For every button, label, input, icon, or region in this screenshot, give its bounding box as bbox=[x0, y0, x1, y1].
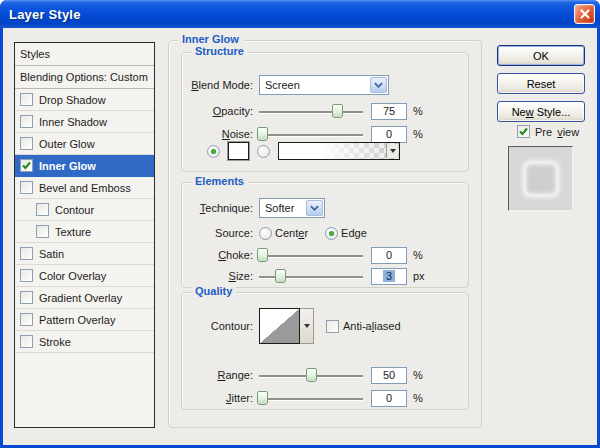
chevron-down-icon[interactable] bbox=[386, 144, 398, 158]
layer-style-dialog: Layer Style Styles Blending Options: Cus… bbox=[0, 0, 600, 448]
source-edge-radio[interactable] bbox=[325, 227, 338, 240]
source-center-radio[interactable] bbox=[259, 227, 272, 240]
sidebar-item[interactable]: Inner Shadow bbox=[15, 111, 154, 133]
jitter-slider-thumb[interactable] bbox=[257, 391, 268, 405]
contour-thumbnail[interactable] bbox=[259, 308, 300, 344]
sidebar-item-label: Outer Glow bbox=[39, 138, 95, 150]
size-slider-thumb[interactable] bbox=[275, 269, 286, 283]
range-label: Range: bbox=[186, 369, 253, 381]
technique-select[interactable]: Softer bbox=[259, 198, 325, 218]
size-slider[interactable] bbox=[259, 268, 363, 284]
style-checkbox[interactable] bbox=[20, 335, 33, 348]
blend-mode-row: Blend Mode: Screen bbox=[186, 75, 389, 95]
dialog-body: Styles Blending Options: Custom Drop Sha… bbox=[3, 28, 597, 445]
noise-slider[interactable] bbox=[259, 126, 363, 142]
style-checkbox[interactable] bbox=[20, 137, 33, 150]
style-checkbox[interactable] bbox=[20, 93, 33, 106]
sidebar-item-styles[interactable]: Styles bbox=[15, 43, 154, 66]
sidebar-item[interactable]: Stroke bbox=[15, 331, 154, 353]
technique-row: Technique: Softer bbox=[186, 198, 325, 218]
sidebar-item-label: Drop Shadow bbox=[39, 94, 106, 106]
style-checkbox[interactable] bbox=[20, 181, 33, 194]
color-radio[interactable] bbox=[207, 145, 220, 158]
gradient-radio[interactable] bbox=[257, 145, 270, 158]
opacity-row: Opacity: 75 % bbox=[186, 101, 423, 121]
styles-list: Styles Blending Options: Custom Drop Sha… bbox=[14, 42, 155, 428]
sidebar-item[interactable]: Pattern Overlay bbox=[15, 309, 154, 331]
sidebar-item[interactable]: Drop Shadow bbox=[15, 89, 154, 111]
slider-track bbox=[259, 111, 363, 113]
style-checkbox[interactable] bbox=[20, 159, 33, 172]
opacity-slider-thumb[interactable] bbox=[332, 104, 343, 118]
styles-list-items: Drop Shadow Inner Shadow Outer Glow Inne… bbox=[15, 89, 154, 353]
opacity-label: Opacity: bbox=[186, 105, 253, 117]
sidebar-item[interactable]: Contour bbox=[15, 199, 154, 221]
sidebar-item[interactable]: Outer Glow bbox=[15, 133, 154, 155]
style-checkbox[interactable] bbox=[36, 225, 49, 238]
sidebar-item-label: Gradient Overlay bbox=[39, 292, 122, 304]
gradient-picker[interactable] bbox=[278, 142, 400, 160]
sidebar-item[interactable]: Satin bbox=[15, 243, 154, 265]
new-style-button[interactable]: New Style... bbox=[497, 101, 585, 122]
sidebar-item[interactable]: Bevel and Emboss bbox=[15, 177, 154, 199]
sidebar-item-blending-options[interactable]: Blending Options: Custom bbox=[15, 66, 154, 89]
jitter-input[interactable]: 0 bbox=[371, 390, 407, 407]
close-button[interactable] bbox=[574, 4, 595, 24]
choke-unit: % bbox=[413, 249, 423, 261]
check-icon bbox=[519, 127, 528, 136]
antialiased-label: Anti-aliased bbox=[343, 320, 401, 332]
jitter-label: Jitter: bbox=[186, 392, 253, 404]
color-swatch[interactable] bbox=[228, 142, 249, 160]
choke-slider-thumb[interactable] bbox=[257, 248, 268, 262]
style-checkbox[interactable] bbox=[20, 115, 33, 128]
choke-slider[interactable] bbox=[259, 247, 363, 263]
style-checkbox[interactable] bbox=[36, 203, 49, 216]
range-unit: % bbox=[413, 369, 423, 381]
preview-toggle: Preview bbox=[512, 125, 579, 138]
range-input[interactable]: 50 bbox=[371, 367, 407, 384]
ok-button[interactable]: OK bbox=[497, 45, 585, 66]
contour-row: Contour: Anti-aliased bbox=[186, 308, 401, 344]
size-input[interactable]: 3 bbox=[371, 268, 407, 285]
structure-legend: Structure bbox=[191, 45, 248, 57]
style-checkbox[interactable] bbox=[20, 269, 33, 282]
choke-input[interactable]: 0 bbox=[371, 247, 407, 264]
range-slider[interactable] bbox=[259, 367, 363, 383]
antialiased-checkbox[interactable] bbox=[326, 320, 339, 333]
blend-mode-label: Blend Mode: bbox=[186, 79, 253, 91]
sidebar-item[interactable]: Gradient Overlay bbox=[15, 287, 154, 309]
range-slider-thumb[interactable] bbox=[306, 368, 317, 382]
choke-row: Choke: 0 % bbox=[186, 245, 423, 265]
title-bar[interactable]: Layer Style bbox=[0, 0, 600, 28]
noise-slider-thumb[interactable] bbox=[257, 127, 268, 141]
blend-mode-select[interactable]: Screen bbox=[259, 75, 389, 95]
style-checkbox[interactable] bbox=[20, 247, 33, 260]
inner-glow-preview-shape bbox=[524, 162, 558, 196]
sidebar-item-label: Bevel and Emboss bbox=[39, 182, 131, 194]
source-label: Source: bbox=[186, 227, 253, 239]
technique-label: Technique: bbox=[186, 202, 253, 214]
sidebar-item-label: Inner Shadow bbox=[39, 116, 107, 128]
opacity-input[interactable]: 75 bbox=[371, 103, 407, 120]
style-checkbox[interactable] bbox=[20, 313, 33, 326]
slider-track bbox=[259, 255, 363, 257]
sidebar-item[interactable]: Color Overlay bbox=[15, 265, 154, 287]
effect-preview-thumbnail bbox=[508, 146, 573, 211]
jitter-slider[interactable] bbox=[259, 390, 363, 406]
opacity-slider[interactable] bbox=[259, 103, 363, 119]
chevron-down-icon[interactable] bbox=[300, 308, 314, 344]
style-checkbox[interactable] bbox=[20, 291, 33, 304]
opacity-unit: % bbox=[413, 105, 423, 117]
elements-legend: Elements bbox=[191, 175, 248, 187]
chevron-down-icon[interactable] bbox=[306, 200, 323, 216]
preview-label: Preview bbox=[535, 126, 579, 138]
sidebar-item[interactable]: Texture bbox=[15, 221, 154, 243]
preview-checkbox[interactable] bbox=[517, 125, 530, 138]
sidebar-item[interactable]: Inner Glow bbox=[15, 155, 154, 177]
noise-unit: % bbox=[413, 128, 423, 140]
slider-track bbox=[259, 398, 363, 400]
noise-input[interactable]: 0 bbox=[371, 126, 407, 143]
chevron-down-icon[interactable] bbox=[370, 77, 387, 93]
sidebar-item-label: Pattern Overlay bbox=[39, 314, 115, 326]
reset-button[interactable]: Reset bbox=[497, 73, 585, 94]
